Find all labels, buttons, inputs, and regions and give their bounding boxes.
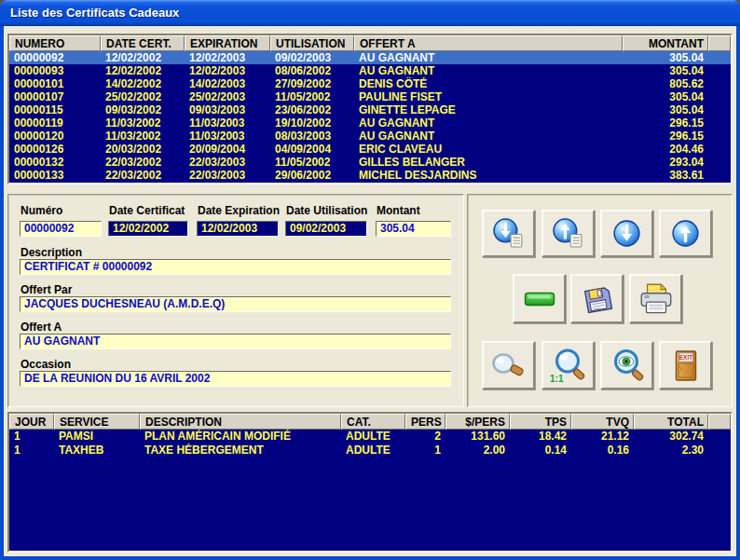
title-bar[interactable]: Liste des Certificats Cadeaux	[0, 0, 740, 26]
cell: 20/03/2002	[101, 143, 185, 156]
column-header-tps: TPS	[510, 414, 571, 430]
search-button[interactable]	[482, 341, 535, 389]
date-utilisation-label: Date Utilisation	[286, 204, 367, 217]
cell: 305.04	[623, 51, 708, 64]
cell: 00000092	[9, 51, 101, 64]
table-row[interactable]: 0000013222/03/200222/03/200311/05/2002GI…	[9, 156, 731, 169]
cell: 11/03/2002	[101, 130, 185, 143]
cell: 00000120	[9, 130, 101, 143]
exit-label: EXIT	[678, 354, 692, 361]
numero-label: Numéro	[21, 204, 62, 217]
cell: 11/03/2002	[101, 116, 185, 130]
offert-par-field[interactable]: JACQUES DUCHESNEAU (A.M.D.E.Q)	[20, 296, 451, 312]
certificate-form-panel: Numéro Date Certificat Date Expiration D…	[7, 194, 464, 407]
print-button[interactable]	[629, 274, 682, 323]
table-row[interactable]: 0000010114/02/200214/02/200327/09/2002DE…	[9, 77, 731, 90]
scroll-down-button[interactable]	[600, 210, 653, 257]
column-header-prix-pers: $/PERS	[445, 414, 510, 430]
table-row[interactable]: 0000013322/03/200222/03/200329/06/2002MI…	[9, 169, 731, 182]
numero-field[interactable]: 00000092	[20, 221, 102, 237]
cell: 0.16	[571, 444, 634, 458]
description-label: Description	[21, 246, 82, 259]
button-panel: 1:1 EXIT	[467, 194, 733, 407]
offert-par-label: Offert Par	[21, 283, 72, 296]
cell: 11/03/2003	[185, 116, 270, 130]
green-indicator-button[interactable]	[513, 274, 566, 323]
cell: 09/03/2003	[185, 103, 270, 116]
cell: 08/03/2003	[270, 130, 354, 143]
column-header-utilisation: UTILISATION	[270, 35, 354, 51]
column-header-cat: CAT.	[341, 414, 405, 430]
table-row[interactable]: 0000010725/02/200225/02/200311/05/2002PA…	[9, 90, 731, 103]
table-row[interactable]: 0000011509/03/200209/03/200323/06/2002GI…	[9, 103, 731, 116]
cell: 14/02/2002	[101, 77, 185, 90]
montant-field[interactable]: 305.04	[376, 221, 451, 237]
cell: 2.00	[445, 444, 510, 458]
cell: 305.04	[623, 64, 708, 77]
cell: 11/03/2003	[185, 130, 270, 143]
cell: AU GAGNANT	[354, 130, 623, 143]
column-header-description: DESCRIPTION	[140, 414, 341, 430]
magnifier-eye-icon	[608, 347, 647, 384]
cell: 14/02/2003	[185, 77, 270, 90]
scroll-up-button[interactable]	[659, 210, 712, 257]
cell-filler	[708, 64, 731, 77]
cell-filler	[708, 90, 731, 103]
cell: 2.30	[634, 444, 708, 458]
table-row[interactable]: 0000011911/03/200211/03/200319/10/2002AU…	[9, 116, 731, 130]
table-row[interactable]: 0000009312/02/200212/02/200308/06/2002AU…	[9, 64, 731, 77]
date-expiration-field[interactable]: 12/02/2003	[197, 221, 279, 237]
cell: PAULINE FISET	[354, 90, 623, 103]
column-header-filler	[708, 414, 731, 430]
cell: 04/09/2004	[270, 143, 354, 156]
cell: 00000093	[9, 64, 101, 77]
cell: 27/09/2002	[270, 77, 354, 90]
printer-icon	[637, 280, 676, 318]
cell: 22/03/2002	[101, 169, 185, 182]
column-header-expiration: EXPIRATION	[185, 35, 270, 51]
occasion-field[interactable]: DE LA REUNION DU 16 AVRIL 2002	[20, 371, 451, 387]
occasion-label: Occasion	[21, 358, 71, 371]
table-row[interactable]: 0000012011/03/200211/03/200308/03/2003AU…	[9, 130, 731, 143]
table-row[interactable]: 1TAXHEBTAXE HÉBERGEMENTADULTE12.000.140.…	[9, 444, 731, 458]
zoom-one-to-one-button[interactable]: 1:1	[541, 341, 595, 389]
offert-a-label: Offert A	[21, 321, 62, 334]
cell: 00000119	[9, 116, 101, 130]
cell: 12/02/2003	[185, 64, 270, 77]
cell: MICHEL DESJARDINS	[354, 169, 623, 182]
description-field[interactable]: CERTIFICAT # 00000092	[20, 259, 451, 275]
cell: 18.42	[510, 430, 571, 444]
cell-filler	[708, 430, 731, 444]
date-certificat-field[interactable]: 12/02/2002	[108, 221, 188, 237]
cell: 11/05/2002	[270, 90, 354, 103]
cell: 22/03/2003	[185, 156, 270, 169]
date-utilisation-field[interactable]: 09/02/2003	[285, 221, 367, 237]
certificates-table: NUMERO DATE CERT. EXPIRATION UTILISATION…	[7, 34, 733, 184]
preview-button[interactable]	[600, 341, 653, 389]
cell: 204.46	[623, 143, 708, 156]
cell: 23/06/2002	[270, 103, 354, 116]
table-row[interactable]: 0000009212/02/200212/02/200309/02/2003AU…	[9, 51, 731, 64]
page-up-button[interactable]	[541, 210, 595, 257]
cell: 25/02/2003	[185, 90, 270, 103]
cell: 296.15	[623, 130, 708, 143]
cell: AU GAGNANT	[354, 116, 623, 130]
table-row[interactable]: 1PAMSIPLAN AMÉRICAIN MODIFIÉADULTE2131.6…	[9, 430, 731, 444]
app-window: Liste des Certificats Cadeaux NUMERO DAT…	[0, 0, 740, 560]
cell: 20/09/2004	[185, 143, 270, 156]
column-header-offert-a: OFFERT A	[354, 35, 623, 51]
save-button[interactable]	[570, 274, 624, 323]
montant-label: Montant	[377, 204, 420, 217]
column-header-filler	[708, 35, 731, 51]
cell: 22/03/2003	[185, 169, 270, 182]
cell-filler	[708, 143, 731, 156]
offert-a-field[interactable]: AU GAGNANT	[20, 334, 451, 349]
table-row[interactable]: 0000012620/03/200220/09/200404/09/2004ER…	[9, 143, 731, 156]
page-down-button[interactable]	[482, 210, 535, 257]
cell: 09/02/2003	[270, 51, 354, 64]
exit-button[interactable]: EXIT	[659, 341, 712, 389]
cell: 302.74	[634, 430, 708, 444]
cell: ERIC CLAVEAU	[354, 143, 623, 156]
cell: TAXE HÉBERGEMENT	[140, 444, 341, 458]
cell: AU GAGNANT	[354, 64, 623, 77]
